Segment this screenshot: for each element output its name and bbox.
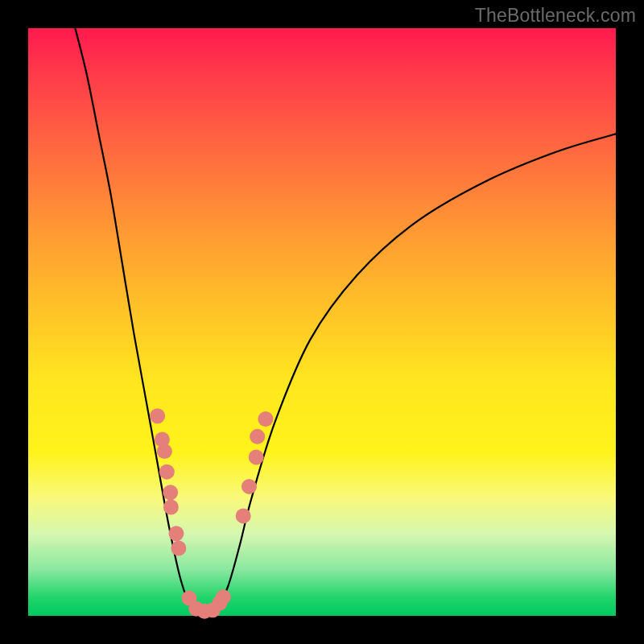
marker-dot [157, 444, 172, 459]
marker-group [150, 408, 273, 618]
bottleneck-curve [75, 28, 616, 616]
marker-dot [250, 429, 265, 444]
marker-dot [163, 485, 178, 500]
marker-dot [249, 449, 264, 464]
marker-dot [159, 464, 175, 480]
plot-area [28, 28, 616, 616]
marker-dot [236, 508, 251, 523]
watermark-text: TheBottleneck.com [475, 5, 636, 27]
marker-dot [216, 589, 231, 605]
marker-dot [168, 526, 184, 541]
marker-dot [242, 479, 257, 494]
marker-dot [171, 541, 186, 556]
chart-frame: TheBottleneck.com [0, 0, 644, 644]
marker-dot [258, 411, 273, 427]
curve-svg [28, 28, 616, 616]
marker-dot [163, 499, 179, 514]
marker-dot [150, 408, 165, 423]
